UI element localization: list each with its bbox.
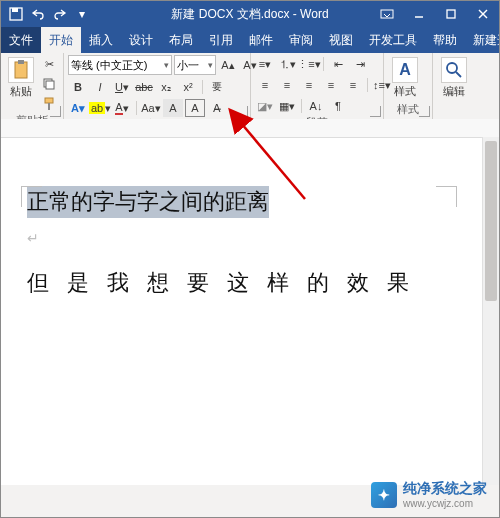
horizontal-ruler[interactable] — [1, 119, 499, 138]
page[interactable]: 正常的字与字之间的距离 ↵ 但是我想要这样的效果 — [1, 137, 481, 485]
grow-font-icon[interactable]: A▴ — [218, 56, 238, 74]
align-left-icon[interactable]: ≡ — [255, 76, 275, 94]
tab-home[interactable]: 开始 — [41, 27, 81, 53]
group-editing: 编辑 . — [433, 53, 481, 119]
numbering-icon[interactable]: ⒈▾ — [277, 55, 297, 73]
chevron-down-icon: ▾ — [164, 60, 169, 70]
svg-line-15 — [456, 72, 461, 77]
paste-icon — [8, 57, 34, 83]
text-line2[interactable]: 但是我想要这样的效果 — [27, 259, 451, 307]
ribbon: 粘贴 ✂ 剪贴板 等线 (中文正文)▾ 小一▾ A▴ A▾ B I U▾ ab — [1, 53, 499, 120]
font-name-value: 等线 (中文正文) — [71, 58, 147, 73]
borders-icon[interactable]: ▦▾ — [277, 97, 297, 115]
phonetic-guide-icon[interactable]: 要 — [207, 78, 227, 96]
svg-rect-1 — [12, 8, 18, 12]
justify-icon[interactable]: ≡ — [321, 76, 341, 94]
multilevel-icon[interactable]: ⋮≡▾ — [299, 55, 319, 73]
copy-icon[interactable] — [39, 75, 59, 93]
watermark-text: 纯净系统之家 — [403, 480, 487, 498]
find-icon — [441, 57, 467, 83]
show-marks-icon[interactable]: ¶ — [328, 97, 348, 115]
bullets-icon[interactable]: ≡▾ — [255, 55, 275, 73]
tab-mailings[interactable]: 邮件 — [241, 27, 281, 53]
styles-label: 样式 — [394, 85, 416, 97]
svg-rect-8 — [15, 62, 27, 78]
tab-design[interactable]: 设计 — [121, 27, 161, 53]
styles-launcher[interactable] — [419, 106, 430, 117]
clear-formatting-icon[interactable]: A̶ — [207, 99, 227, 117]
group-paragraph: ≡▾ ⒈▾ ⋮≡▾ ⇤ ⇥ ≡ ≡ ≡ ≡ ≡ ↕≡▾ ◪▾ ▦▾ A↓ — [251, 53, 384, 119]
paragraph-mark: ↵ — [27, 230, 451, 247]
app-window: { "titlebar": { "title": "新建 DOCX 文档.doc… — [0, 0, 500, 518]
paragraph-launcher[interactable] — [370, 106, 381, 117]
tab-references[interactable]: 引用 — [201, 27, 241, 53]
underline-icon[interactable]: U▾ — [112, 78, 132, 96]
editing-button[interactable]: 编辑 — [437, 55, 471, 97]
watermark: ✦ 纯净系统之家 www.ycwjz.com — [371, 480, 487, 509]
qat-dropdown-icon[interactable]: ▾ — [73, 5, 91, 23]
tab-view[interactable]: 视图 — [321, 27, 361, 53]
vertical-scrollbar[interactable] — [482, 137, 499, 485]
svg-rect-9 — [18, 60, 24, 64]
scrollbar-thumb[interactable] — [485, 141, 497, 301]
tab-layout[interactable]: 布局 — [161, 27, 201, 53]
align-right-icon[interactable]: ≡ — [299, 76, 319, 94]
sort-icon[interactable]: A↓ — [306, 97, 326, 115]
font-color-icon[interactable]: A▾ — [112, 99, 132, 117]
styles-button[interactable]: A 样式 — [388, 55, 422, 97]
font-launcher[interactable] — [237, 106, 248, 117]
styles-icon: A — [392, 57, 418, 83]
tab-file[interactable]: 文件 — [1, 27, 41, 53]
crop-mark — [436, 186, 457, 207]
bold-icon[interactable]: B — [68, 78, 88, 96]
svg-rect-4 — [447, 10, 455, 18]
editing-label: 编辑 — [443, 85, 465, 97]
char-border-icon[interactable]: A — [185, 99, 205, 117]
tab-addin[interactable]: 新建选项卡 — [465, 27, 500, 53]
ribbon-tabs: 文件 开始 插入 设计 布局 引用 邮件 审阅 视图 开发工具 帮助 新建选项卡… — [1, 27, 499, 53]
redo-icon[interactable] — [51, 5, 69, 23]
text-effects-icon[interactable]: A▾ — [68, 99, 88, 117]
ribbon-options-icon[interactable] — [371, 1, 403, 27]
svg-point-14 — [447, 63, 457, 73]
group-styles: A 样式 样式 — [384, 53, 433, 119]
svg-rect-11 — [46, 81, 54, 89]
font-name-combo[interactable]: 等线 (中文正文)▾ — [68, 55, 172, 75]
subscript-icon[interactable]: x₂ — [156, 78, 176, 96]
shading-icon[interactable]: ◪▾ — [255, 97, 275, 115]
tab-review[interactable]: 审阅 — [281, 27, 321, 53]
group-font: 等线 (中文正文)▾ 小一▾ A▴ A▾ B I U▾ abc x₂ x² 要 … — [64, 53, 251, 119]
watermark-url: www.ycwjz.com — [403, 498, 487, 509]
char-shading-icon[interactable]: A — [163, 99, 183, 117]
paste-button[interactable]: 粘贴 — [5, 55, 37, 97]
crop-mark — [21, 186, 42, 207]
tab-help[interactable]: 帮助 — [425, 27, 465, 53]
cut-icon[interactable]: ✂ — [39, 55, 59, 73]
superscript-icon[interactable]: x² — [178, 78, 198, 96]
maximize-button[interactable] — [435, 1, 467, 27]
strikethrough-icon[interactable]: abc — [134, 78, 154, 96]
close-button[interactable] — [467, 1, 499, 27]
distributed-icon[interactable]: ≡ — [343, 76, 363, 94]
clipboard-launcher[interactable] — [50, 106, 61, 117]
chevron-down-icon: ▾ — [208, 60, 213, 70]
increase-indent-icon[interactable]: ⇥ — [350, 55, 370, 73]
change-case-icon[interactable]: Aa▾ — [141, 99, 161, 117]
group-clipboard: 粘贴 ✂ 剪贴板 — [1, 53, 64, 119]
svg-rect-12 — [45, 98, 53, 103]
italic-icon[interactable]: I — [90, 78, 110, 96]
tab-developer[interactable]: 开发工具 — [361, 27, 425, 53]
minimize-button[interactable] — [403, 1, 435, 27]
align-center-icon[interactable]: ≡ — [277, 76, 297, 94]
font-size-combo[interactable]: 小一▾ — [174, 55, 216, 75]
font-size-value: 小一 — [177, 58, 199, 73]
window-controls — [371, 1, 499, 27]
tab-insert[interactable]: 插入 — [81, 27, 121, 53]
paste-label: 粘贴 — [10, 85, 32, 97]
selected-text-line1[interactable]: 正常的字与字之间的距离 — [27, 186, 269, 218]
undo-icon[interactable] — [29, 5, 47, 23]
document-area: 正常的字与字之间的距离 ↵ 但是我想要这样的效果 — [1, 119, 499, 485]
decrease-indent-icon[interactable]: ⇤ — [328, 55, 348, 73]
save-icon[interactable] — [7, 5, 25, 23]
highlight-icon[interactable]: ab▾ — [90, 99, 110, 117]
